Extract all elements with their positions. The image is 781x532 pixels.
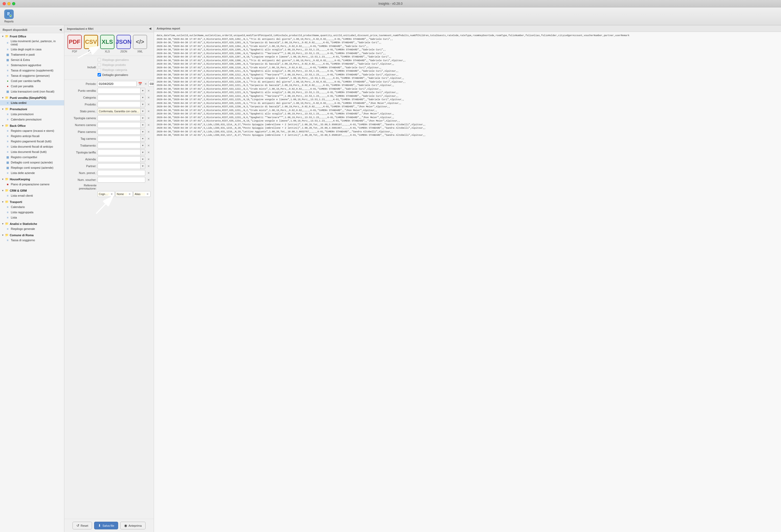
sidebar-item-lista-ordini[interactable]: ≡ Lista ordini (0, 100, 64, 106)
prodotto-arrow-icon[interactable]: ▼ (140, 101, 145, 107)
format-xls-button[interactable]: XLS XLS (100, 35, 115, 53)
close-button[interactable] (3, 2, 6, 5)
azienda-select[interactable]: ▼ (97, 156, 145, 162)
tipologia-camera-clear-button[interactable]: ✕ (146, 116, 151, 120)
preview-content[interactable]: date,dateTime,outletId,outletName,outlet… (154, 32, 781, 532)
riepilogo-prodotto-checkbox[interactable] (97, 63, 101, 67)
format-csv-button[interactable]: CSV CSV (84, 35, 98, 53)
sidebar-item-servizi[interactable]: ▦ Servizi & Extra (0, 57, 64, 63)
cognome-input[interactable]: Cognome ✕ (97, 191, 115, 197)
sidebar-item-tassa-presenze[interactable]: ≡ Tassa di soggiorno (presenze) (0, 73, 64, 78)
prodotto-select[interactable]: ▼ (97, 101, 145, 107)
alias-clear-button[interactable]: ✕ (145, 192, 150, 196)
sidebar-item-tassa-soggiorno-roma[interactable]: ≡ Tassa di soggiorno (0, 238, 64, 243)
periodo-to-input[interactable] (149, 81, 154, 87)
periodo-from-calendar-icon[interactable]: 📅 (137, 81, 142, 86)
numero-camera-select[interactable]: ▼ (97, 122, 145, 128)
format-xml-button[interactable]: </> XML (133, 35, 147, 53)
sidebar-item-registro-pagamenti[interactable]: ≡ Registro pagamenti fiscali (tutti) (0, 139, 64, 144)
punto-vendita-arrow-icon[interactable]: ▼ (140, 88, 145, 93)
categoria-clear-button[interactable]: ✕ (146, 95, 151, 100)
num-voucher-clear-button[interactable]: ✕ (146, 178, 151, 182)
sidebar-item-sistemazioni[interactable]: ≡ Sistemazioni aggiuntive (0, 63, 64, 68)
categoria-arrow-icon[interactable]: ▼ (140, 95, 145, 100)
sidebar-group-prenotazioni-header[interactable]: ▼ 📁 Prenotazioni (0, 107, 64, 112)
tag-camera-select[interactable]: ▼ (97, 136, 145, 141)
numero-camera-arrow-icon[interactable]: ▼ (140, 122, 145, 128)
tipologia-tariffa-arrow-icon[interactable]: ▼ (140, 150, 145, 155)
partner-arrow-icon[interactable]: ▼ (140, 163, 145, 169)
alias-input[interactable]: Alias ✕ (133, 191, 151, 197)
sidebar-item-piano-camere[interactable]: ■ Piano di preparazione camere (0, 181, 64, 187)
sidebar-item-calendario[interactable]: ≡ Calendario (0, 204, 64, 210)
sidebar-item-registro-caparre[interactable]: ≡ Registro caparre (incassi e storni) (0, 128, 64, 133)
tag-camera-clear-button[interactable]: ✕ (146, 136, 151, 141)
num-prenot-input[interactable] (97, 170, 145, 176)
trattamento-clear-button[interactable]: ✕ (146, 144, 151, 148)
numero-camera-clear-button[interactable]: ✕ (146, 123, 151, 127)
punto-vendita-clear-button[interactable]: ✕ (146, 89, 151, 93)
periodo-from-input[interactable] (97, 81, 136, 87)
sidebar-item-lista-documenti-tutti[interactable]: ≡ Lista documenti fiscali (tutti) (0, 149, 64, 155)
num-voucher-input[interactable] (97, 177, 145, 183)
punto-vendita-select[interactable]: ▼ (97, 88, 145, 93)
tipologia-tariffa-select[interactable]: ▼ (97, 150, 145, 155)
tipologia-camera-select[interactable]: ▼ (97, 115, 145, 121)
sidebar-item-lista-transazioni[interactable]: ▦ Lista transazioni conti (non fiscali) (0, 89, 64, 94)
num-prenot-clear-button[interactable]: ✕ (146, 171, 151, 175)
sidebar-item-registro-corrispettivi[interactable]: ▦ Registro corrispettivi (0, 155, 64, 160)
partner-select[interactable]: ▼ (97, 163, 145, 169)
sidebar-group-trasporti-header[interactable]: ▼ 📁 Trasporti (0, 199, 64, 204)
tipologia-camera-arrow-icon[interactable]: ▼ (140, 115, 145, 121)
stato-preno-arrow-icon[interactable]: ▼ (140, 108, 145, 114)
prodotto-clear-button[interactable]: ✕ (146, 102, 151, 107)
sidebar-item-lista-movimenti[interactable]: ≡ Lista movimenti (arrivi, partenze, in … (0, 39, 64, 47)
sidebar-item-lista-raggruppata[interactable]: ≡ Lista raggruppata (0, 210, 64, 215)
fullscreen-button[interactable] (12, 2, 15, 5)
sidebar-group-front-office-header[interactable]: ▼ 📁 Front Office (0, 34, 64, 39)
piano-camera-select[interactable]: ▼ (97, 129, 145, 135)
partner-clear-button[interactable]: ✕ (146, 164, 151, 168)
stato-preno-select[interactable]: Confermata, Garantita con carta di credi… (97, 108, 145, 114)
sidebar-group-comune-roma-header[interactable]: ▼ 📁 Comune di Roma (0, 233, 64, 238)
reset-button[interactable]: ↺ Reset (73, 522, 92, 529)
tipologia-tariffa-clear-button[interactable]: ✕ (146, 150, 151, 155)
sidebar-item-dettaglio-conti[interactable]: ▦ Dettaglio conti sospesi (aziende) (0, 160, 64, 165)
piano-camera-clear-button[interactable]: ✕ (146, 130, 151, 134)
sidebar-item-trattamenti[interactable]: ▦ Trattamenti e pasti (0, 52, 64, 57)
sidebar-group-punti-vendita-header[interactable]: ▼ 📁 Punti vendita (SimplePOS) (0, 95, 64, 100)
sidebar-item-lista-trasporti[interactable]: ≡ Lista (0, 215, 64, 220)
format-pdf-button[interactable]: PDF PDF (68, 35, 82, 53)
sidebar-item-lista-aziende[interactable]: ≡ Lista delle aziende (0, 170, 64, 175)
stato-preno-clear-button[interactable]: ✕ (146, 109, 151, 113)
sidebar-group-back-office-header[interactable]: ▼ 📁 Back Office (0, 123, 64, 128)
sidebar-item-riepilogo-conti[interactable]: ▦ Riepilogo conti sospesi (aziende) (0, 165, 64, 170)
trattamento-arrow-icon[interactable]: ▼ (140, 142, 145, 149)
azienda-arrow-icon[interactable]: ▼ (140, 156, 145, 162)
riepilogo-giornaliero-checkbox[interactable] (97, 58, 101, 62)
sidebar-item-lista-ospiti[interactable]: ≡ Lista degli ospiti in casa (0, 47, 64, 52)
nome-clear-button[interactable]: ✕ (127, 192, 132, 196)
sidebar-collapse-button[interactable]: ◀ (59, 28, 61, 31)
azienda-clear-button[interactable]: ✕ (146, 157, 151, 161)
sidebar-item-tassa-supplementi[interactable]: ≡ Tassa di soggiorno (supplementi) (0, 68, 64, 73)
sidebar-item-lista-email[interactable]: ≡ Lista email clienti (0, 193, 64, 198)
minimize-button[interactable] (7, 2, 10, 5)
sidebar-group-housekeeping-header[interactable]: ▼ 📁 HouseKeeping (0, 177, 64, 181)
toolbar-reports[interactable]: + Reports (4, 9, 14, 23)
trattamento-select[interactable]: ▼ (97, 142, 145, 149)
sidebar-item-lista-documenti-anticipo[interactable]: ≡ Lista documenti fiscali di anticipo (0, 144, 64, 149)
sidebar-item-registro-anticipi[interactable]: ≡ Registro anticipi fiscali (0, 133, 64, 139)
sidebar-item-lista-prenotazioni[interactable]: ≡ Lista prenotazioni (0, 112, 64, 117)
sidebar-group-crm-header[interactable]: ▼ 📁 CRM & GRM (0, 188, 64, 193)
periodo-from-clear-button[interactable]: ✕ (143, 82, 148, 86)
tag-camera-arrow-icon[interactable]: ▼ (140, 136, 145, 141)
preview-button[interactable]: ◉ Anteprima (120, 522, 146, 529)
sidebar-item-costi-cambio[interactable]: ● Costi per cambio tariffa (0, 78, 64, 84)
sidebar-item-costi-penalita[interactable]: ● Costi per penalità (0, 84, 64, 89)
piano-camera-arrow-icon[interactable]: ▼ (140, 129, 145, 135)
categoria-select[interactable]: ▼ (97, 95, 145, 100)
sidebar-group-analisi-header[interactable]: ▼ 📁 Analisi e Statistiche (0, 221, 64, 226)
dettaglio-giornaliero-checkbox[interactable] (97, 73, 101, 76)
riepilogo-categoria-checkbox[interactable] (97, 68, 101, 72)
